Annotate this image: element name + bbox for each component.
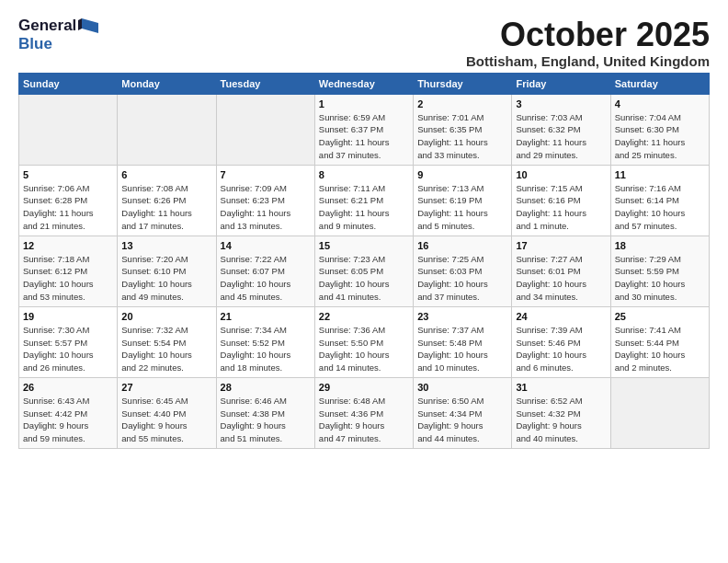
day-number: 8 [319, 169, 409, 180]
day-info: Sunrise: 7:15 AM Sunset: 6:16 PM Dayligh… [516, 182, 606, 233]
logo: General Blue [18, 17, 98, 53]
day-info: Sunrise: 7:22 AM Sunset: 6:07 PM Dayligh… [221, 253, 311, 304]
day-number: 29 [319, 382, 409, 393]
day-info: Sunrise: 6:46 AM Sunset: 4:38 PM Dayligh… [221, 395, 311, 445]
day-cell: 1Sunrise: 6:59 AM Sunset: 6:37 PM Daylig… [314, 94, 413, 165]
logo-icon [78, 18, 98, 33]
weekday-monday: Monday [118, 73, 216, 94]
day-info: Sunrise: 7:18 AM Sunset: 6:12 PM Dayligh… [23, 253, 113, 304]
day-info: Sunrise: 7:30 AM Sunset: 5:57 PM Dayligh… [23, 324, 113, 374]
week-row-2: 5Sunrise: 7:06 AM Sunset: 6:28 PM Daylig… [19, 165, 710, 236]
day-number: 31 [516, 382, 606, 393]
svg-marker-0 [82, 18, 98, 33]
day-cell: 27Sunrise: 6:45 AM Sunset: 4:40 PM Dayli… [118, 377, 216, 448]
day-cell: 6Sunrise: 7:08 AM Sunset: 6:26 PM Daylig… [118, 165, 216, 236]
day-info: Sunrise: 7:23 AM Sunset: 6:05 PM Dayligh… [319, 253, 409, 304]
day-number: 6 [121, 169, 211, 180]
day-info: Sunrise: 7:09 AM Sunset: 6:23 PM Dayligh… [221, 182, 311, 233]
week-row-3: 12Sunrise: 7:18 AM Sunset: 6:12 PM Dayli… [19, 236, 710, 306]
day-number: 9 [417, 169, 507, 180]
day-info: Sunrise: 7:41 AM Sunset: 5:44 PM Dayligh… [615, 324, 705, 374]
day-info: Sunrise: 7:03 AM Sunset: 6:32 PM Dayligh… [516, 111, 606, 162]
day-cell: 24Sunrise: 7:39 AM Sunset: 5:46 PM Dayli… [512, 306, 610, 377]
day-number: 11 [615, 169, 705, 180]
day-cell: 15Sunrise: 7:23 AM Sunset: 6:05 PM Dayli… [314, 236, 413, 306]
weekday-saturday: Saturday [610, 73, 709, 94]
day-info: Sunrise: 7:34 AM Sunset: 5:52 PM Dayligh… [221, 324, 311, 374]
day-cell: 4Sunrise: 7:04 AM Sunset: 6:30 PM Daylig… [610, 94, 709, 165]
day-cell: 8Sunrise: 7:11 AM Sunset: 6:21 PM Daylig… [314, 165, 413, 236]
page: General Blue October 2025 Bottisham, Eng… [0, 0, 728, 458]
day-cell [118, 94, 216, 165]
day-cell [610, 377, 709, 448]
location-title: Bottisham, England, United Kingdom [466, 53, 710, 69]
day-number: 10 [516, 169, 606, 180]
day-info: Sunrise: 7:29 AM Sunset: 5:59 PM Dayligh… [615, 253, 705, 304]
day-info: Sunrise: 7:13 AM Sunset: 6:19 PM Dayligh… [417, 182, 507, 233]
day-info: Sunrise: 6:50 AM Sunset: 4:34 PM Dayligh… [417, 395, 507, 445]
day-number: 18 [615, 240, 705, 251]
calendar: SundayMondayTuesdayWednesdayThursdayFrid… [18, 73, 710, 449]
day-cell: 11Sunrise: 7:16 AM Sunset: 6:14 PM Dayli… [610, 165, 709, 236]
day-cell: 29Sunrise: 6:48 AM Sunset: 4:36 PM Dayli… [314, 377, 413, 448]
day-cell: 26Sunrise: 6:43 AM Sunset: 4:42 PM Dayli… [19, 377, 118, 448]
day-cell: 7Sunrise: 7:09 AM Sunset: 6:23 PM Daylig… [216, 165, 314, 236]
day-cell: 31Sunrise: 6:52 AM Sunset: 4:32 PM Dayli… [512, 377, 610, 448]
day-number: 28 [221, 382, 311, 393]
day-cell [216, 94, 314, 165]
day-cell: 14Sunrise: 7:22 AM Sunset: 6:07 PM Dayli… [216, 236, 314, 306]
day-cell: 12Sunrise: 7:18 AM Sunset: 6:12 PM Dayli… [19, 236, 118, 306]
day-info: Sunrise: 7:08 AM Sunset: 6:26 PM Dayligh… [121, 182, 211, 233]
day-cell: 25Sunrise: 7:41 AM Sunset: 5:44 PM Dayli… [610, 306, 709, 377]
day-number: 7 [221, 169, 311, 180]
svg-marker-1 [78, 18, 82, 30]
day-cell: 21Sunrise: 7:34 AM Sunset: 5:52 PM Dayli… [216, 306, 314, 377]
day-cell: 9Sunrise: 7:13 AM Sunset: 6:19 PM Daylig… [414, 165, 512, 236]
weekday-friday: Friday [512, 73, 610, 94]
day-number: 26 [23, 382, 113, 393]
day-cell: 10Sunrise: 7:15 AM Sunset: 6:16 PM Dayli… [512, 165, 610, 236]
weekday-header-row: SundayMondayTuesdayWednesdayThursdayFrid… [19, 73, 710, 94]
day-cell: 3Sunrise: 7:03 AM Sunset: 6:32 PM Daylig… [512, 94, 610, 165]
day-info: Sunrise: 7:36 AM Sunset: 5:50 PM Dayligh… [319, 324, 409, 374]
day-number: 30 [417, 382, 507, 393]
day-number: 2 [417, 98, 507, 109]
day-cell [19, 94, 118, 165]
day-number: 5 [23, 169, 113, 180]
title-block: October 2025 Bottisham, England, United … [466, 17, 710, 69]
day-info: Sunrise: 7:16 AM Sunset: 6:14 PM Dayligh… [615, 182, 705, 233]
day-cell: 17Sunrise: 7:27 AM Sunset: 6:01 PM Dayli… [512, 236, 610, 306]
calendar-body: 1Sunrise: 6:59 AM Sunset: 6:37 PM Daylig… [19, 94, 710, 448]
day-cell: 28Sunrise: 6:46 AM Sunset: 4:38 PM Dayli… [216, 377, 314, 448]
day-number: 4 [615, 98, 705, 109]
day-cell: 13Sunrise: 7:20 AM Sunset: 6:10 PM Dayli… [118, 236, 216, 306]
day-cell: 18Sunrise: 7:29 AM Sunset: 5:59 PM Dayli… [610, 236, 709, 306]
day-info: Sunrise: 7:27 AM Sunset: 6:01 PM Dayligh… [516, 253, 606, 304]
day-info: Sunrise: 7:32 AM Sunset: 5:54 PM Dayligh… [121, 324, 211, 374]
day-cell: 30Sunrise: 6:50 AM Sunset: 4:34 PM Dayli… [414, 377, 512, 448]
header: General Blue October 2025 Bottisham, Eng… [18, 17, 710, 69]
day-number: 27 [121, 382, 211, 393]
day-number: 3 [516, 98, 606, 109]
day-number: 13 [121, 240, 211, 251]
day-number: 23 [417, 311, 507, 322]
day-cell: 20Sunrise: 7:32 AM Sunset: 5:54 PM Dayli… [118, 306, 216, 377]
day-number: 15 [319, 240, 409, 251]
day-info: Sunrise: 7:04 AM Sunset: 6:30 PM Dayligh… [615, 111, 705, 162]
day-cell: 23Sunrise: 7:37 AM Sunset: 5:48 PM Dayli… [414, 306, 512, 377]
day-info: Sunrise: 6:48 AM Sunset: 4:36 PM Dayligh… [319, 395, 409, 445]
day-number: 21 [221, 311, 311, 322]
day-number: 17 [516, 240, 606, 251]
weekday-thursday: Thursday [414, 73, 512, 94]
day-info: Sunrise: 6:45 AM Sunset: 4:40 PM Dayligh… [121, 395, 211, 445]
day-info: Sunrise: 6:43 AM Sunset: 4:42 PM Dayligh… [23, 395, 113, 445]
day-number: 12 [23, 240, 113, 251]
month-title: October 2025 [466, 17, 710, 53]
day-info: Sunrise: 7:20 AM Sunset: 6:10 PM Dayligh… [121, 253, 211, 304]
logo-general: General [18, 17, 76, 35]
weekday-wednesday: Wednesday [314, 73, 413, 94]
week-row-5: 26Sunrise: 6:43 AM Sunset: 4:42 PM Dayli… [19, 377, 710, 448]
week-row-1: 1Sunrise: 6:59 AM Sunset: 6:37 PM Daylig… [19, 94, 710, 165]
day-number: 24 [516, 311, 606, 322]
day-info: Sunrise: 7:39 AM Sunset: 5:46 PM Dayligh… [516, 324, 606, 374]
